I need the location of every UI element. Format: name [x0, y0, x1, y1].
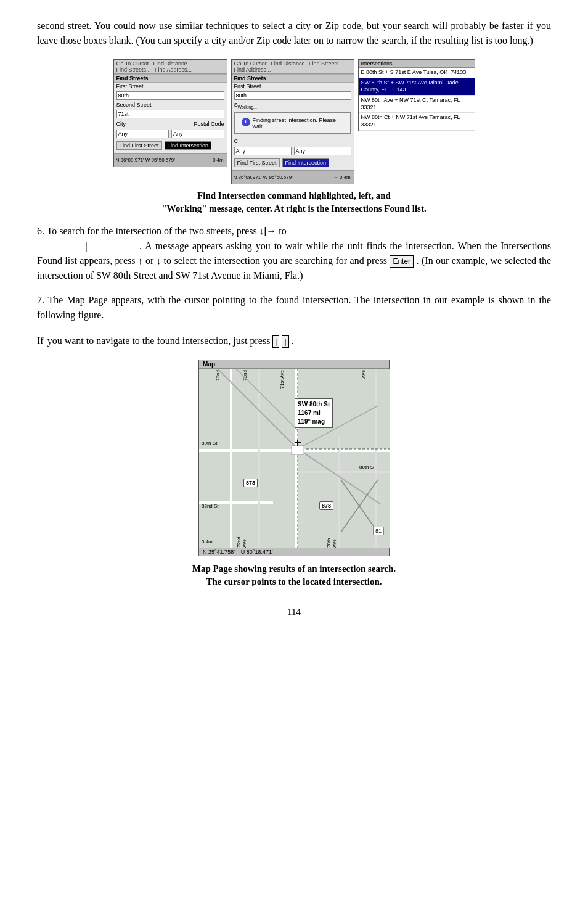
label-80th-s-right: 80th S [359, 464, 374, 470]
center-menu-distance: Find Distance [271, 60, 304, 67]
intro-paragraph: second street. You could now use similar… [37, 19, 551, 48]
map-image: Map 72nd 72nd 71st Ave [198, 360, 390, 556]
intersections-header: Intersections [359, 60, 475, 68]
svg-line-4 [341, 480, 378, 532]
label-80th-st: 80th St [202, 440, 217, 446]
left-status-coords: N 36°08.971' W 95°50.579' [116, 157, 175, 163]
center-status-scale: ↔ 0.4mi [333, 175, 352, 180]
road-72nd-l [230, 369, 232, 548]
label-82nd: 82nd St [202, 503, 219, 509]
key1: | [272, 335, 279, 348]
page-number: 114 [37, 607, 551, 617]
coord-w: U 80°18.471' [241, 549, 273, 555]
left-first-label: First Street [114, 83, 227, 90]
center-find-first-btn[interactable]: Find First Street [234, 158, 280, 167]
left-city-label: City [116, 121, 126, 127]
map-info-dist: 1167 mi [298, 409, 330, 417]
int-item-1: E 80th St + S 71st E Ave Tulsa, OK 74133 [359, 68, 475, 78]
label-70th-ave: 70th Ave [326, 529, 337, 548]
center-city-input: Any [234, 147, 292, 155]
center-first-input: 80th [234, 91, 351, 100]
int-item-3: NW 80th Ave + NW 71st Ct Tamarac, FL 333… [359, 96, 475, 113]
road-70th [338, 437, 340, 548]
center-menu-goto: Go To Cursor [234, 60, 267, 67]
center-find-intersection-btn[interactable]: Find Intersection [282, 158, 330, 167]
working-dialog: i Finding street intersection. Please wa… [234, 112, 351, 134]
center-second-label: SWorking... [232, 101, 354, 110]
left-screenshot-panel: Go To Cursor Find Distance Find Streets.… [113, 59, 227, 167]
center-menu-streets: Find Streets... [309, 60, 343, 67]
left-menu-streets: Find Streets... [116, 67, 151, 73]
center-city-row: C [232, 137, 354, 146]
map-caption: Map Page showing results of an intersect… [37, 562, 551, 588]
working-text: Finding street intersection. Please wait… [253, 117, 344, 130]
label-81: 81 [373, 527, 384, 535]
center-status-coords: N 36°08.971' W 95°50.579' [234, 175, 293, 180]
center-city-inputs: Any Any [232, 146, 354, 157]
label-72nd-left: 72nd [215, 370, 221, 381]
map-info-box: SW 80th St 1167 mi 119° mag [295, 398, 333, 428]
screenshots-row: Go To Cursor Find Distance Find Streets.… [113, 59, 475, 184]
key2: | [282, 335, 288, 348]
center-section-label: Find Streets [232, 74, 354, 83]
left-first-input-row: 80th [114, 90, 227, 101]
map-info-street: SW 80th St [298, 400, 330, 409]
map-canvas: 72nd 72nd 71st Ave Ave 80th St 80th S 82… [199, 369, 390, 548]
left-postal-label: Postal Code [194, 121, 224, 127]
left-second-input: 71st [116, 110, 224, 118]
intersections-panel: Intersections E 80th St + S 71st E Ave T… [358, 59, 475, 131]
scale-label: 0.4mi [202, 539, 214, 545]
map-coord-bar: N 25°41.758' U 80°18.471' [199, 548, 389, 556]
left-city-input: Any [116, 130, 169, 138]
figure1-caption: Find Intersection command highlighted, l… [37, 189, 551, 215]
figure1-container: Go To Cursor Find Distance Find Streets.… [37, 59, 551, 184]
left-first-input: 80th [116, 91, 224, 100]
left-second-input-row: 71st [114, 109, 227, 120]
shield-878-left: 878 [243, 479, 258, 487]
road-right [375, 369, 377, 548]
working-icon: i [242, 118, 250, 126]
left-status-scale: ↔ 0.4mi [206, 157, 225, 163]
left-menu-distance: Find Distance [153, 60, 187, 67]
left-section-label: Find Streets [114, 74, 227, 83]
shield-878-center: 878 [319, 501, 333, 510]
label-72nd-right: 72nd [242, 370, 248, 381]
center-first-input-row: 80th [232, 90, 354, 101]
if-line: If you want to navigate to the found int… [37, 334, 551, 348]
left-menu-goto: Go To Cursor [116, 60, 149, 67]
svg-line-5 [341, 480, 378, 532]
step6-paragraph: 6. To search for the intersection of the… [37, 224, 551, 283]
center-city-label: C [234, 138, 239, 144]
int-item-2: SW 80th St + SW 71st Ave Miami-Dade Coun… [359, 78, 475, 96]
map-figure-container: Map 72nd 72nd 71st Ave [37, 360, 551, 556]
left-find-intersection-btn[interactable]: Find Intersection [165, 141, 212, 150]
left-menu-bar: Go To Cursor Find Distance Find Streets.… [114, 60, 227, 74]
int-item-4: NW 80th Ct + NW 71st Ave Tamarac, FL 333… [359, 113, 475, 130]
label-71st: 71st Ave [279, 370, 285, 389]
label-ave-right: Ave [361, 370, 366, 379]
center-first-label: First Street [232, 83, 354, 90]
left-second-label: Second Street [114, 101, 227, 109]
center-buttons-row: Find First Street Find Intersection [232, 157, 354, 169]
map-info-mag: 119° mag [298, 417, 330, 426]
left-city-inputs: Any Any [114, 128, 227, 139]
label-72nd-ave: 72nd Ave [236, 529, 247, 548]
road-71st [295, 369, 298, 548]
left-buttons-row: Find First Street Find Intersection [114, 139, 227, 152]
road-72nd-r [258, 369, 260, 548]
if-word: If [37, 334, 44, 348]
map-title: Map [199, 360, 389, 369]
left-menu-address: Find Address... [155, 67, 192, 73]
center-postal-input: Any [294, 147, 351, 155]
left-find-first-btn[interactable]: Find First Street [116, 141, 162, 150]
center-screenshot-panel: Go To Cursor Find Distance Find Streets.… [231, 59, 354, 184]
left-postal-input: Any [171, 130, 224, 138]
center-menu-address: Find Address... [234, 67, 271, 73]
left-city-row: City Postal Code [114, 120, 227, 128]
coord-n: N 25°41.758' [203, 549, 235, 555]
center-menu-bar: Go To Cursor Find Distance Find Streets.… [232, 60, 354, 74]
step7-paragraph: 7. The Map Page appears, with the cursor… [37, 293, 551, 323]
